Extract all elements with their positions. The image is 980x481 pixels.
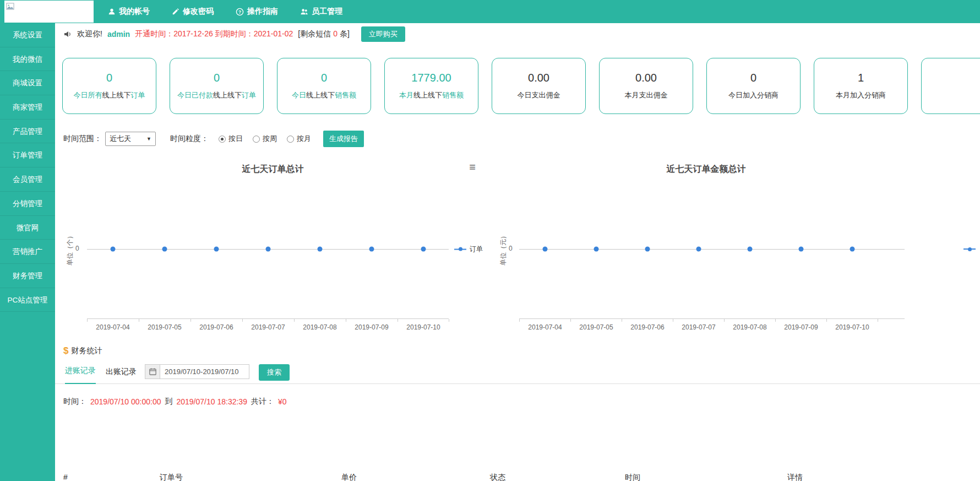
svg-text:?: ? — [238, 9, 241, 14]
data-point — [111, 247, 116, 252]
calendar-button[interactable] — [145, 364, 160, 379]
x-axis-label: 2019-07-07 — [682, 323, 715, 331]
data-point — [696, 247, 701, 252]
search-button[interactable]: 搜索 — [259, 364, 290, 381]
col-unit-price: 单价 — [341, 473, 357, 481]
nav-guide[interactable]: ? 操作指南 — [236, 7, 278, 17]
data-point — [421, 247, 426, 252]
stat-card-value: 0 — [750, 72, 756, 84]
sidebar-item-merchant-management[interactable]: 商家管理 — [0, 95, 55, 120]
x-axis-label: 2019-07-09 — [784, 323, 818, 331]
stat-card-label: 今日支出佣金 — [518, 90, 560, 100]
summary-time-label: 时间： — [63, 397, 86, 407]
axis-tick — [190, 319, 191, 322]
sidebar-item-finance-management[interactable]: 财务管理 — [0, 264, 55, 288]
x-axis-label: 2019-07-04 — [96, 323, 129, 331]
welcome-bar: 欢迎你! admin 开通时间：2017-12-26 到期时间：2021-01-… — [55, 23, 980, 45]
sidebar-item-micro-site[interactable]: 微官网 — [0, 216, 55, 240]
data-point — [645, 247, 650, 252]
series-line — [519, 249, 905, 250]
radio-by-month[interactable]: 按月 — [287, 134, 311, 144]
radio-label: 按月 — [297, 134, 311, 144]
stat-card-today-commission: 0.00 今日支出佣金 — [492, 58, 586, 114]
nav-my-account[interactable]: 我的帐号 — [108, 7, 150, 17]
radio-icon — [287, 136, 294, 143]
sidebar-item-my-wechat[interactable]: 我的微信 — [0, 47, 55, 72]
label-seg: 线上线下 — [306, 91, 335, 99]
sms-prefix: [剩余短信 — [298, 29, 331, 38]
tab-income-records[interactable]: 进账记录 — [65, 366, 96, 384]
stat-card-label: 今日线上线下销售额 — [292, 90, 356, 100]
stat-card-value: 0 — [214, 72, 220, 84]
stat-card-month-sales: 1779.00 本月线上线下销售额 — [384, 58, 478, 114]
label-seg: 订单 — [242, 91, 256, 99]
sidebar-item-member-management[interactable]: 会员管理 — [0, 167, 55, 192]
chart-title: 近七天订单金额总计 — [496, 164, 917, 175]
radio-by-week[interactable]: 按周 — [253, 134, 277, 144]
legend-marker-icon — [454, 248, 466, 250]
legend-item-clipped[interactable] — [963, 248, 979, 250]
y-axis-tick-label: 0 — [509, 245, 513, 252]
chart-menu-icon[interactable]: ≡ — [469, 161, 476, 172]
x-axis — [87, 318, 449, 319]
stat-card-month-commission: 0.00 本月支出佣金 — [599, 58, 693, 114]
generate-report-button[interactable]: 生成报告 — [323, 131, 364, 147]
col-status: 状态 — [490, 473, 505, 481]
y-axis-unit-label: 单位（个） — [66, 233, 75, 266]
legend-label: 订单 — [470, 245, 483, 254]
label-seg: 销售额 — [442, 91, 464, 99]
sidebar-item-system-settings[interactable]: 系统设置 — [0, 23, 55, 47]
sidebar-item-marketing[interactable]: 营销推广 — [0, 240, 55, 264]
x-axis-label: 2019-07-04 — [528, 323, 562, 331]
sidebar-item-pc-site-management[interactable]: PC站点管理 — [0, 288, 55, 312]
axis-tick — [449, 319, 449, 322]
sidebar-item-mall-settings[interactable]: 商城设置 — [0, 71, 55, 95]
axis-tick — [826, 319, 827, 322]
nav-change-password[interactable]: 修改密码 — [172, 7, 214, 17]
x-axis — [519, 318, 905, 319]
calendar-icon — [149, 367, 157, 376]
axis-tick — [294, 319, 295, 322]
legend-item-orders[interactable]: 订单 — [454, 245, 483, 254]
col-detail: 详情 — [787, 473, 803, 481]
finance-summary: 时间： 2019/07/10 00:00:00 到 2019/07/10 18:… — [63, 397, 291, 407]
label-seg: 本月 — [399, 91, 413, 99]
sidebar-item-product-management[interactable]: 产品管理 — [0, 120, 55, 144]
sms-remaining: [剩余短信0条] — [298, 29, 352, 39]
tab-expense-records[interactable]: 出账记录 — [106, 367, 137, 384]
top-nav: 我的帐号 修改密码 ? 操作指南 员工管理 — [108, 0, 342, 23]
currency-icon: $ — [63, 345, 68, 356]
y-axis-unit-label: 单位（元） — [499, 233, 508, 266]
axis-tick — [673, 319, 673, 322]
label-seg: 今日加入分销商 — [728, 91, 778, 99]
radio-by-day[interactable]: 按日 — [219, 134, 243, 144]
buy-now-button[interactable]: 立即购买 — [361, 26, 405, 42]
data-point — [318, 247, 323, 252]
nav-label: 我的帐号 — [119, 7, 150, 17]
time-range-select[interactable]: 近七天 ▼ — [105, 132, 156, 146]
time-range-value: 近七天 — [110, 134, 131, 144]
sidebar-item-distribution-management[interactable]: 分销管理 — [0, 192, 55, 216]
axis-tick — [775, 319, 776, 322]
nav-label: 操作指南 — [247, 7, 278, 17]
label-seg: 本月支出佣金 — [625, 91, 668, 99]
sms-suffix: 条] — [340, 29, 350, 38]
summary-end-time: 2019/07/10 18:32:39 — [176, 397, 247, 406]
nav-staff-management[interactable]: 员工管理 — [300, 7, 342, 17]
order-amount-chart: 近七天订单金额总计 单位（元） 0 2019- — [496, 157, 980, 336]
label-seg: 线上线下 — [102, 91, 131, 99]
top-header: 我的帐号 修改密码 ? 操作指南 员工管理 — [0, 0, 980, 23]
sidebar-item-order-management[interactable]: 订单管理 — [0, 143, 55, 167]
axis-tick — [724, 319, 725, 322]
data-point — [748, 247, 753, 252]
data-point — [543, 247, 548, 252]
stat-card-value: 0 — [106, 72, 112, 84]
date-range-input[interactable] — [160, 364, 249, 379]
stat-card-value: 0.00 — [635, 72, 657, 84]
stat-card-label: 本月加入分销商 — [836, 90, 886, 100]
label-seg: 订单 — [131, 91, 145, 99]
chart-title: 近七天订单总计 — [62, 164, 483, 175]
stat-card-today-distributors: 0 今日加入分销商 — [706, 58, 801, 114]
stat-card-label: 本月线上线下销售额 — [399, 90, 464, 100]
label-seg: 线上线下 — [213, 91, 242, 99]
